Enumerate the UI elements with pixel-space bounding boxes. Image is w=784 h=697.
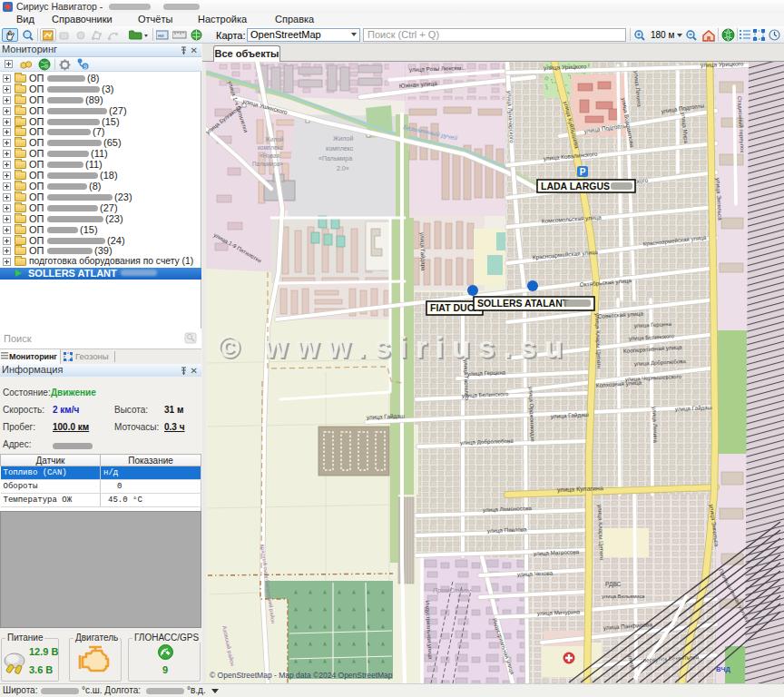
svg-text:Пальмира»: Пальмира» [252, 161, 283, 168]
svg-text:ни: ни [158, 33, 164, 38]
svg-text:улица Герцена: улица Герцена [467, 369, 506, 377]
svg-text:улица Ленина: улица Ленина [652, 407, 659, 444]
svg-text:«Пальмира: «Пальмира [318, 155, 352, 162]
svg-text:улица Вильямиса: улица Вильямиса [602, 594, 645, 599]
svg-text:РДВС: РДВС [605, 581, 622, 588]
svg-text:9: 9 [83, 64, 87, 70]
svg-text:© www.sirius.su: © www.sirius.su [218, 330, 571, 364]
svg-text:P: P [580, 167, 586, 177]
svg-text:Жилой: Жилой [265, 136, 284, 142]
svg-text:SOLLERS ATALANT: SOLLERS ATALANT [477, 298, 569, 309]
svg-text:комплекс: комплекс [326, 145, 354, 152]
svg-text:LADA LARGUS: LADA LARGUS [541, 181, 610, 191]
svg-text:2.0»: 2.0» [337, 165, 349, 172]
svg-text:«Новая: «Новая [260, 152, 280, 159]
svg-text:ВЧД: ВЧД [716, 665, 730, 673]
svg-text:© OpenStreetMap - Map data ©20: © OpenStreetMap - Map data ©2024 OpenStr… [210, 671, 393, 680]
svg-text:ПромСталь: ПромСталь [433, 586, 470, 594]
svg-text:улица Чехова: улица Чехова [517, 570, 554, 577]
svg-text:Жилой: Жилой [333, 135, 353, 142]
svg-text:комплекс: комплекс [258, 144, 283, 151]
